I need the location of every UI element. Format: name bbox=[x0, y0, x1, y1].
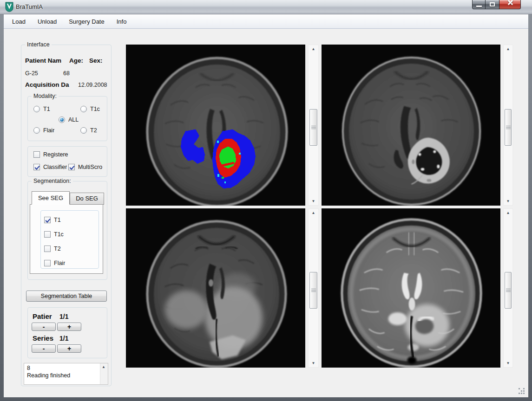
scrollbar-q2[interactable]: ▲ ▼ bbox=[503, 45, 513, 206]
application-window: BraTumIA Load Unload Surgery Date Info I… bbox=[0, 0, 532, 401]
radio-row-all[interactable]: ALL bbox=[59, 116, 79, 123]
checkbox-row-multiscroll[interactable]: MultiScro bbox=[68, 164, 102, 170]
seg-flair-label: Flair bbox=[54, 260, 65, 266]
scrollbar-q4[interactable]: ▲ ▼ bbox=[503, 208, 513, 368]
viewer-flair[interactable] bbox=[126, 208, 305, 368]
classifier-checkbox[interactable] bbox=[33, 164, 40, 170]
acquisition-date-label: Acquisition Da bbox=[25, 81, 69, 88]
seg-t2-checkbox[interactable] bbox=[44, 246, 51, 252]
menu-info[interactable]: Info bbox=[111, 15, 133, 28]
patient-name-label: Patient Nam bbox=[25, 57, 61, 64]
scroll-up-icon[interactable]: ▲ bbox=[504, 211, 512, 215]
radio-flair[interactable] bbox=[33, 127, 40, 134]
menu-bar: Load Unload Surgery Date Info bbox=[4, 14, 528, 29]
segmentation-group-label: Segmentation: bbox=[32, 178, 73, 184]
patient-nav-value: 1/1 bbox=[59, 313, 68, 320]
checkbox-row-seg-flair[interactable]: Flair bbox=[44, 260, 65, 266]
menu-surgery-date[interactable]: Surgery Date bbox=[63, 15, 111, 28]
series-prev-button[interactable]: - bbox=[32, 344, 56, 353]
menu-load[interactable]: Load bbox=[6, 15, 32, 28]
window-controls bbox=[472, 0, 521, 9]
close-button[interactable] bbox=[499, 0, 521, 9]
mri-flair-image bbox=[126, 208, 305, 368]
multiscroll-checkbox[interactable] bbox=[68, 164, 75, 170]
radio-t1c[interactable] bbox=[80, 106, 87, 112]
radio-row-t2[interactable]: T2 bbox=[80, 127, 97, 134]
checkbox-row-registered[interactable]: Registere bbox=[33, 151, 68, 158]
radio-row-t1[interactable]: T1 bbox=[33, 106, 50, 112]
classifier-label: Classifier bbox=[43, 164, 67, 170]
series-nav-value: 1/1 bbox=[59, 335, 68, 342]
navigation-panel: Patier 1/1 - + Series 1/1 - + bbox=[27, 307, 107, 358]
patient-prev-button[interactable]: - bbox=[32, 323, 56, 331]
acquisition-date-value: 12.09.2008 bbox=[78, 82, 107, 88]
checkbox-row-classifier[interactable]: Classifier bbox=[33, 164, 67, 170]
seg-t2-label: T2 bbox=[54, 246, 61, 252]
log-scrollbar[interactable]: ▲ bbox=[100, 363, 108, 384]
radio-all[interactable] bbox=[59, 116, 65, 123]
menu-unload[interactable]: Unload bbox=[32, 15, 63, 28]
radio-t2[interactable] bbox=[80, 127, 87, 134]
series-next-button[interactable]: + bbox=[57, 344, 81, 353]
scroll-thumb[interactable] bbox=[309, 109, 317, 146]
viewer-t1c[interactable] bbox=[322, 45, 500, 206]
log-line-1: 8 bbox=[24, 363, 108, 372]
radio-all-label: ALL bbox=[68, 116, 79, 123]
status-log[interactable]: 8 Reading finished ▲ bbox=[24, 363, 108, 385]
scroll-up-icon[interactable]: ▲ bbox=[309, 211, 318, 215]
scroll-up-icon[interactable]: ▲ bbox=[309, 47, 318, 51]
title-bar: BraTumIA bbox=[0, 0, 532, 14]
registered-checkbox[interactable] bbox=[33, 151, 40, 158]
radio-row-flair[interactable]: Flair bbox=[33, 127, 54, 134]
scrollbar-q3[interactable]: ▲ ▼ bbox=[308, 208, 319, 368]
scroll-thumb[interactable] bbox=[505, 109, 512, 146]
scroll-down-icon[interactable]: ▼ bbox=[504, 199, 512, 203]
checkbox-row-seg-t2[interactable]: T2 bbox=[44, 246, 61, 252]
scroll-thumb[interactable] bbox=[309, 272, 317, 308]
scroll-up-icon[interactable]: ▲ bbox=[504, 47, 512, 51]
patient-nav-label: Patier bbox=[33, 312, 52, 320]
scroll-down-icon[interactable]: ▼ bbox=[309, 361, 318, 365]
seg-t1-checkbox[interactable] bbox=[44, 217, 51, 223]
radio-t2-label: T2 bbox=[90, 127, 97, 134]
viewer-t1-segmentation[interactable] bbox=[126, 45, 305, 206]
mri-t1c-image bbox=[322, 45, 500, 206]
segmentation-groupbox: Segmentation: See SEG Do SEG T1 T1c T2 bbox=[27, 181, 107, 280]
viewer-t2[interactable] bbox=[322, 208, 500, 368]
radio-t1-label: T1 bbox=[43, 106, 50, 112]
mri-t2-image bbox=[322, 208, 500, 368]
log-line-2: Reading finished bbox=[24, 372, 108, 379]
patient-name-value: G-25 bbox=[25, 70, 38, 77]
age-label: Age: bbox=[69, 57, 83, 64]
log-scroll-up-icon[interactable]: ▲ bbox=[102, 365, 105, 369]
checkbox-row-seg-t1c[interactable]: T1c bbox=[44, 231, 64, 238]
tab-do-seg[interactable]: Do SEG bbox=[70, 193, 104, 205]
checkbox-row-seg-t1[interactable]: T1 bbox=[44, 217, 61, 223]
tab-see-seg[interactable]: See SEG bbox=[32, 191, 70, 205]
interface-groupbox: Interface Patient Nam Age: Sex: G-25 68 … bbox=[21, 45, 112, 386]
registered-label: Registere bbox=[43, 151, 68, 158]
window-title: BraTumIA bbox=[16, 3, 43, 10]
scrollbar-q1[interactable]: ▲ ▼ bbox=[308, 45, 319, 206]
radio-t1[interactable] bbox=[33, 106, 40, 112]
seg-flair-checkbox[interactable] bbox=[44, 260, 51, 266]
modality-group-label: Modality: bbox=[32, 93, 59, 99]
seg-t1c-checkbox[interactable] bbox=[44, 231, 51, 238]
multiscroll-label: MultiScro bbox=[78, 164, 102, 170]
sex-label: Sex: bbox=[89, 57, 103, 64]
resize-grip[interactable] bbox=[519, 388, 525, 395]
radio-row-t1c[interactable]: T1c bbox=[80, 106, 100, 112]
patient-next-button[interactable]: + bbox=[57, 323, 81, 331]
scroll-thumb[interactable] bbox=[505, 272, 512, 308]
seg-t1c-label: T1c bbox=[54, 231, 64, 238]
scroll-down-icon[interactable]: ▼ bbox=[309, 199, 318, 203]
age-value: 68 bbox=[63, 70, 70, 77]
mri-t1-segmented-image bbox=[126, 45, 305, 206]
maximize-icon bbox=[490, 2, 495, 6]
radio-t1c-label: T1c bbox=[90, 106, 100, 112]
modality-groupbox: Modality: T1 T1c ALL Flair T2 bbox=[27, 96, 107, 141]
maximize-button[interactable] bbox=[486, 0, 499, 9]
minimize-button[interactable] bbox=[472, 0, 486, 9]
scroll-down-icon[interactable]: ▼ bbox=[504, 361, 512, 365]
segmentation-table-button[interactable]: Segmentation Table bbox=[26, 291, 107, 302]
